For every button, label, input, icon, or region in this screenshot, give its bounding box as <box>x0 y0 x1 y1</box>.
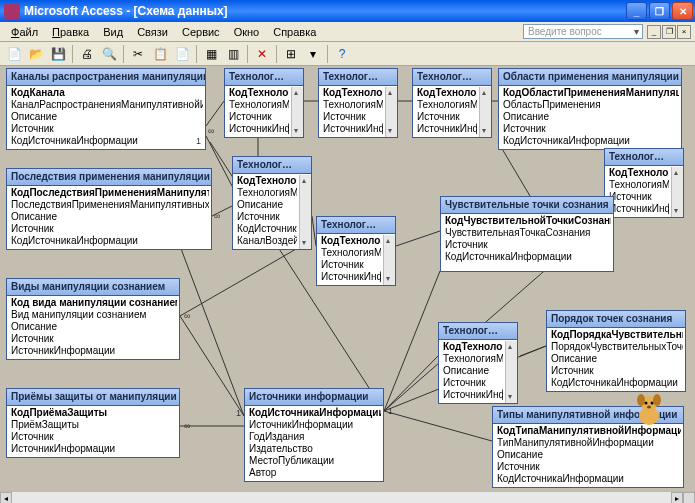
table-field[interactable]: Источник <box>443 239 611 251</box>
menu-edit[interactable]: Правка <box>45 24 96 40</box>
open-icon[interactable]: 📂 <box>26 44 46 64</box>
table-field[interactable]: Вид манипуляции сознанием <box>9 309 177 321</box>
table-field[interactable]: Источник <box>319 259 381 271</box>
table-field[interactable]: Описание <box>9 111 203 123</box>
menu-relations[interactable]: Связи <box>130 24 175 40</box>
table-field[interactable]: Источник <box>227 111 289 123</box>
table-field[interactable]: Источник <box>549 365 683 377</box>
table-field[interactable]: ИсточникИнфор <box>415 123 477 135</box>
table-field[interactable]: Источник <box>441 377 503 389</box>
table-field[interactable]: КодИсточник <box>235 223 297 235</box>
table-field[interactable]: КодТехнологииГ <box>227 87 289 99</box>
show-all-icon[interactable]: ▾ <box>303 44 323 64</box>
mdi-minimize[interactable]: _ <box>647 25 661 39</box>
table-field[interactable]: Источник <box>321 111 383 123</box>
field-scrollbar[interactable] <box>291 87 303 137</box>
field-scrollbar[interactable] <box>385 87 397 137</box>
table-field[interactable]: ТехнологияМан <box>607 179 669 191</box>
table-field[interactable]: КодТехнологииГ <box>235 175 297 187</box>
table-header[interactable]: Технолог… <box>317 217 395 234</box>
close-button[interactable]: ✕ <box>672 2 693 20</box>
table-field[interactable]: КодТехнологииГ <box>319 235 381 247</box>
table-header[interactable]: Последствия применения манипуляции <box>7 169 211 186</box>
table-field[interactable]: Описание <box>549 353 683 365</box>
table-field[interactable]: КодПриёмаЗащиты <box>9 407 177 419</box>
table-field[interactable]: КаналВоздей <box>235 235 297 247</box>
table-field[interactable]: КодИсточникаИнформации <box>9 135 203 147</box>
table-field[interactable]: Описание <box>9 211 209 223</box>
table-header[interactable]: Виды манипуляции сознанием <box>7 279 179 296</box>
table-t11[interactable]: Виды манипуляции сознаниемКод вида манип… <box>6 278 180 360</box>
table-field[interactable]: ТехнологияМан <box>321 99 383 111</box>
table-field[interactable]: ПорядокЧувствительныхТочек <box>549 341 683 353</box>
cut-icon[interactable]: ✂ <box>128 44 148 64</box>
table-field[interactable]: КодИсточникаИнформации <box>549 377 683 389</box>
table-t10[interactable]: Чувствительные точки сознанияКодЧувствит… <box>440 196 614 272</box>
table-field[interactable]: ПоследствияПримененияМанипулятивныхТехни… <box>9 199 209 211</box>
table-field[interactable]: ИсточникИнфор <box>227 123 289 135</box>
paste-icon[interactable]: 📄 <box>172 44 192 64</box>
table-t13[interactable]: Технолог…КодТехнологииГТехнологияМанОпис… <box>438 322 518 404</box>
table-field[interactable]: Источник <box>495 461 681 473</box>
field-scrollbar[interactable] <box>479 87 491 137</box>
field-scrollbar[interactable] <box>671 167 683 217</box>
office-assistant[interactable] <box>633 392 665 428</box>
table-field[interactable]: Описание <box>501 111 679 123</box>
mdi-restore[interactable]: ❐ <box>662 25 676 39</box>
table-field[interactable]: КодЧувствительнойТочкиСознания <box>443 215 611 227</box>
table-t15[interactable]: Источники информацииКодИсточникаИнформац… <box>244 388 384 482</box>
table-field[interactable]: ИсточникИнфор <box>607 203 669 215</box>
table-field[interactable]: КодПорядкаЧувствительныхТоч <box>549 329 683 341</box>
scroll-right-icon[interactable]: ▸ <box>671 492 683 503</box>
menu-file[interactable]: Файл <box>4 24 45 40</box>
table-header[interactable]: Технолог… <box>605 149 683 166</box>
table-field[interactable]: Источник <box>415 111 477 123</box>
table-field[interactable]: ИсточникИнфор <box>441 389 503 401</box>
table-header[interactable]: Области применения манипуляции <box>499 69 681 86</box>
field-scrollbar[interactable] <box>299 175 311 249</box>
table-field[interactable]: ИсточникИнформации <box>247 419 381 431</box>
table-field[interactable]: КодИсточникаИнформации <box>495 473 681 485</box>
table-field[interactable]: МестоПубликации <box>247 455 381 467</box>
table-header[interactable]: Технолог… <box>319 69 397 86</box>
table-field[interactable]: КодКанала <box>9 87 203 99</box>
table-t1[interactable]: Каналы распространения манипуляцииКодКан… <box>6 68 206 150</box>
table-field[interactable]: Описание <box>441 365 503 377</box>
table-header[interactable]: Источники информации <box>245 389 383 406</box>
table-field[interactable]: КодИсточникаИнформации <box>501 135 679 147</box>
table-field[interactable]: Источник <box>235 211 297 223</box>
table-field[interactable]: Автор <box>247 467 381 479</box>
table-field[interactable]: КодТехнологииГ <box>441 341 503 353</box>
scroll-left-icon[interactable]: ◂ <box>0 492 12 503</box>
table-field[interactable]: ЧувствительнаяТочкаСознания <box>443 227 611 239</box>
table-header[interactable]: Технолог… <box>233 157 311 174</box>
help-icon[interactable]: ? <box>332 44 352 64</box>
table-field[interactable]: КодТехнологииГ <box>415 87 477 99</box>
relationship-canvas[interactable]: Каналы распространения манипуляцииКодКан… <box>0 66 695 491</box>
preview-icon[interactable]: 🔍 <box>99 44 119 64</box>
table-t12[interactable]: Порядок точек сознанияКодПорядкаЧувствит… <box>546 310 686 392</box>
field-scrollbar[interactable] <box>383 235 395 285</box>
table-field[interactable]: Источник <box>9 431 177 443</box>
maximize-button[interactable]: ❐ <box>649 2 670 20</box>
menu-view[interactable]: Вид <box>96 24 130 40</box>
table-t9[interactable]: Технолог…КодТехнологииГТехнологияМанИсто… <box>316 216 396 286</box>
table-field[interactable]: Описание <box>235 199 297 211</box>
table-field[interactable]: ТехнологияМан <box>227 99 289 111</box>
rel-layout-icon[interactable]: ▦ <box>201 44 221 64</box>
table-field[interactable]: ПриёмЗащиты <box>9 419 177 431</box>
menu-tools[interactable]: Сервис <box>175 24 227 40</box>
table-field[interactable]: Описание <box>9 321 177 333</box>
table-header[interactable]: Технолог… <box>413 69 491 86</box>
table-field[interactable]: ИсточникИнфор <box>321 123 383 135</box>
table-t14[interactable]: Приёмы защиты от манипуляцииКодПриёмаЗащ… <box>6 388 180 458</box>
table-header[interactable]: Порядок точек сознания <box>547 311 685 328</box>
table-field[interactable]: КодИсточникаИнформации <box>247 407 381 419</box>
table-field[interactable]: ТехнологияМан <box>235 187 297 199</box>
table-field[interactable]: ГодИздания <box>247 431 381 443</box>
table-field[interactable]: Источник <box>9 123 203 135</box>
table-field[interactable]: КодОбластиПримененияМанипуляцииСознания <box>501 87 679 99</box>
table-field[interactable]: Источник <box>607 191 669 203</box>
table-field[interactable]: ОбластьПрименения <box>501 99 679 111</box>
mdi-close[interactable]: × <box>677 25 691 39</box>
